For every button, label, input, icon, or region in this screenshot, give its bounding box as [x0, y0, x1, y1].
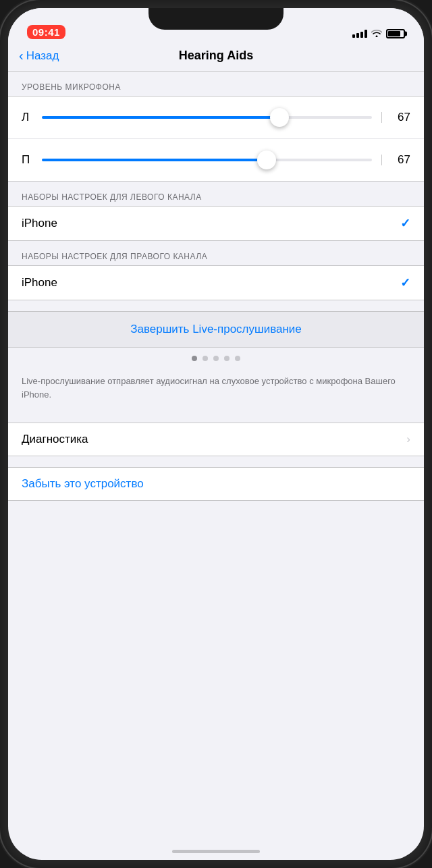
right-slider-container[interactable]	[42, 148, 372, 171]
signal-icon	[352, 30, 367, 38]
right-channel-label: П	[22, 153, 32, 167]
left-slider-value: 67	[392, 111, 410, 124]
home-indicator	[172, 850, 260, 853]
left-channel-section-header: НАБОРЫ НАСТРОЕК ДЛЯ ЛЕВОГО КАНАЛА	[8, 182, 424, 206]
microphone-section-header: УРОВЕНЬ МИКРОФОНА	[8, 72, 424, 96]
left-slider-fill	[42, 116, 279, 119]
chevron-right-icon: ›	[406, 433, 410, 446]
right-channel-iphone-item[interactable]: iPhone ✓	[8, 266, 424, 300]
description-section: Live-прослушивание отправляет аудиосигна…	[8, 367, 424, 412]
status-time: 09:41	[27, 25, 65, 39]
right-channel-checkmark-icon: ✓	[400, 275, 410, 290]
microphone-sliders-group: Л 67 П	[8, 96, 424, 182]
forget-section: Забыть это устройство	[8, 467, 424, 501]
diagnostics-section: Диагностика ›	[8, 423, 424, 456]
right-slider-fill	[42, 159, 267, 161]
right-slider-value: 67	[392, 153, 410, 167]
diagnostics-label: Диагностика	[22, 433, 88, 446]
left-slider-thumb[interactable]	[270, 108, 289, 127]
left-slider-track	[42, 116, 372, 119]
back-label: Назад	[26, 49, 59, 63]
wifi-icon	[371, 28, 382, 39]
dot-1	[192, 356, 197, 361]
bottom-spacer	[8, 501, 424, 541]
live-listen-label: Завершить Live-прослушивание	[130, 323, 302, 335]
right-slider-thumb[interactable]	[257, 151, 276, 169]
dot-5	[235, 356, 240, 361]
left-slider-container[interactable]	[42, 106, 372, 129]
left-channel-group: iPhone ✓	[8, 206, 424, 241]
notch	[148, 8, 284, 30]
phone-frame: 09:41	[0, 0, 432, 868]
left-channel-checkmark-icon: ✓	[400, 216, 410, 231]
forget-device-label: Забыть это устройство	[22, 477, 144, 490]
right-channel-slider-row: П 67	[8, 139, 424, 181]
right-slider-track	[42, 159, 372, 161]
back-button[interactable]: ‹ Назад	[19, 49, 59, 63]
forget-device-button[interactable]: Забыть это устройство	[8, 468, 424, 500]
page-title: Hearing Aids	[179, 49, 253, 63]
pagination-dots	[8, 348, 424, 367]
left-channel-slider-row: Л 67	[8, 97, 424, 139]
dot-4	[224, 356, 230, 361]
live-listen-section: Завершить Live-прослушивание	[8, 311, 424, 348]
description-text: Live-прослушивание отправляет аудиосигна…	[22, 375, 410, 401]
right-slider-divider	[381, 155, 382, 165]
content-scroll[interactable]: УРОВЕНЬ МИКРОФОНА Л 67 П	[8, 72, 424, 845]
status-icons	[352, 28, 405, 39]
dot-2	[202, 356, 208, 361]
dot-3	[213, 356, 219, 361]
right-channel-group: iPhone ✓	[8, 265, 424, 300]
right-channel-section-header: НАБОРЫ НАСТРОЕК ДЛЯ ПРАВОГО КАНАЛА	[8, 241, 424, 265]
battery-fill	[388, 31, 400, 36]
chevron-left-icon: ‹	[19, 49, 24, 62]
diagnostics-item[interactable]: Диагностика ›	[8, 423, 424, 456]
left-slider-divider	[381, 112, 382, 123]
right-channel-iphone-label: iPhone	[22, 276, 57, 290]
battery-icon	[386, 29, 405, 38]
navigation-bar: ‹ Назад Hearing Aids	[8, 43, 424, 72]
left-channel-iphone-label: iPhone	[22, 217, 57, 230]
left-channel-iphone-item[interactable]: iPhone ✓	[8, 207, 424, 240]
left-channel-label: Л	[22, 111, 32, 124]
phone-screen: 09:41	[8, 8, 424, 860]
live-listen-button[interactable]: Завершить Live-прослушивание	[8, 312, 424, 347]
